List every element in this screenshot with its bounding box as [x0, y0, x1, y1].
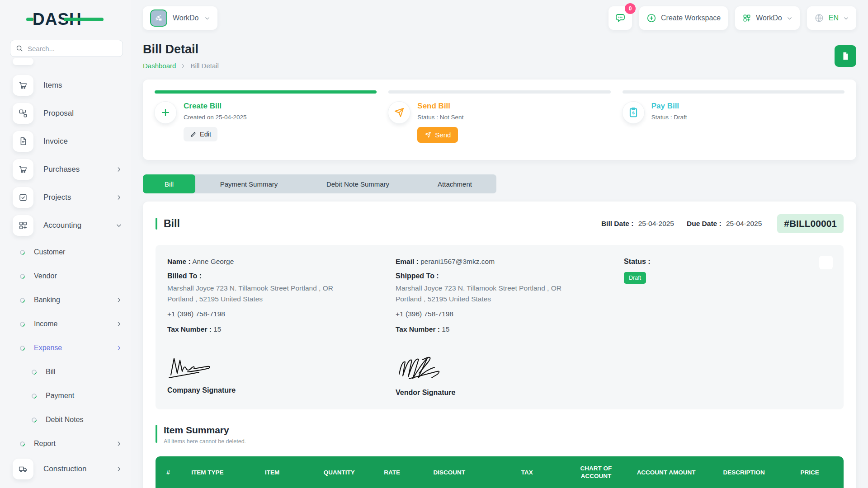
- sidebar-item-accounting[interactable]: Accounting: [13, 215, 122, 236]
- chevron-right-icon: [116, 321, 122, 327]
- bullet-ring-icon: [19, 440, 26, 447]
- status-badge: Draft: [624, 272, 646, 284]
- tax-number-value: 15: [442, 325, 449, 333]
- create-workspace-button[interactable]: Create Workspace: [639, 6, 728, 30]
- sidebar-menu: Items Proposal Invoice Purchases: [0, 58, 131, 487]
- bullet-ring-icon: [31, 368, 38, 375]
- edit-bill-button[interactable]: Edit: [184, 127, 217, 141]
- sidebar-item-vendor[interactable]: Vendor: [20, 267, 122, 285]
- sidebar-item-debit-notes[interactable]: Debit Notes: [32, 411, 122, 429]
- sidebar-item-bill[interactable]: Bill: [32, 363, 122, 381]
- sidebar-item-invoice[interactable]: Invoice: [13, 131, 122, 152]
- bill-date-value: 25-04-2025: [638, 220, 674, 227]
- bullet-ring-icon: [19, 296, 26, 304]
- item-summary-title: Item Summary: [164, 425, 246, 436]
- sidebar-item-label: Report: [34, 440, 56, 448]
- step-pay-bill: $ Pay Bill Status : Draft: [623, 90, 844, 149]
- chat-button[interactable]: 0: [609, 6, 632, 30]
- language-selector[interactable]: EN: [807, 6, 856, 30]
- bill-tabs: Bill Payment Summary Debit Note Summary …: [143, 174, 496, 193]
- bill-date: Bill Date : 25-04-2025: [601, 220, 674, 228]
- language-code: EN: [829, 14, 839, 22]
- chevron-down-icon: [843, 15, 849, 21]
- sidebar-item-items[interactable]: Items: [13, 75, 122, 96]
- step-title: Pay Bill: [651, 102, 687, 111]
- sidebar-item-payment[interactable]: Payment: [32, 387, 122, 405]
- sidebar-item-proposal[interactable]: Proposal: [13, 103, 122, 124]
- bullet-ring-icon: [19, 320, 26, 328]
- search-input[interactable]: [28, 45, 113, 52]
- clipboard-dollar-icon: $: [623, 102, 644, 123]
- column-header-discount: DISCOUNT: [413, 469, 486, 477]
- top-header-bar: WorkDo 0 Create Workspace WorkDo EN: [143, 6, 856, 30]
- sidebar-item-customer[interactable]: Customer: [20, 243, 122, 261]
- breadcrumb-dashboard-link[interactable]: Dashboard: [143, 62, 176, 70]
- chat-bubble-icon: [615, 13, 626, 23]
- bullet-ring-icon: [31, 392, 38, 399]
- sidebar-item-partial[interactable]: [13, 58, 33, 65]
- status-label: Status :: [624, 258, 832, 266]
- bill-card-header: Bill Bill Date : 25-04-2025 Due Date : 2…: [156, 214, 844, 233]
- email-label: Email :: [396, 258, 419, 265]
- edit-button-label: Edit: [200, 131, 211, 138]
- tab-bill[interactable]: Bill: [143, 174, 195, 193]
- sidebar-item-banking[interactable]: Banking: [20, 291, 122, 309]
- step-subtitle: Status : Draft: [651, 114, 687, 121]
- sidebar-item-construction[interactable]: Construction: [13, 459, 122, 479]
- truck-icon: [13, 459, 33, 479]
- column-header-item-type: ITEM TYPE: [177, 469, 238, 477]
- bill-info-panel: Name : Anne George Billed To : Marshall …: [156, 245, 844, 409]
- chat-badge: 0: [625, 3, 636, 14]
- sidebar-search[interactable]: [10, 40, 123, 57]
- app-logo[interactable]: DASH: [33, 10, 82, 29]
- column-header-description: DESCRIPTION: [708, 469, 780, 477]
- step-subtitle: Created on 25-04-2025: [184, 114, 247, 121]
- tab-debit-note-summary[interactable]: Debit Note Summary: [302, 174, 413, 193]
- send-bill-button[interactable]: Send: [417, 127, 458, 143]
- cart-icon: [13, 159, 33, 180]
- vendor-signature-image: [396, 355, 624, 384]
- name-label: Name :: [167, 258, 191, 265]
- sidebar-item-label: Vendor: [34, 272, 57, 280]
- workspace-building-icon: [150, 9, 167, 27]
- section-accent-bar: [156, 425, 157, 443]
- tab-attachment[interactable]: Attachment: [413, 174, 496, 193]
- sidebar-item-income[interactable]: Income: [20, 315, 122, 333]
- logo-dot-accent: [26, 18, 33, 21]
- bullet-ring-icon: [19, 344, 26, 352]
- plus-icon: [155, 102, 176, 123]
- panel-corner-button[interactable]: [819, 256, 833, 269]
- shipped-to-phone: +1 (396) 758-7198: [396, 310, 624, 318]
- signatures: Company Signature Vendor Signature: [167, 355, 832, 397]
- bill-date-label: Bill Date :: [601, 220, 633, 227]
- grid-plus-icon: [13, 215, 33, 236]
- paper-plane-icon: [425, 131, 431, 138]
- user-menu-label: WorkDo: [756, 14, 782, 22]
- workspace-selector[interactable]: WorkDo: [143, 6, 217, 30]
- sidebar-item-report[interactable]: Report: [20, 435, 122, 453]
- breadcrumb-current: Bill Detail: [190, 62, 219, 70]
- shipped-to-label: Shipped To :: [396, 272, 624, 280]
- chevron-down-icon: [116, 222, 122, 229]
- column-header-rate: RATE: [372, 469, 413, 477]
- user-menu[interactable]: WorkDo: [735, 6, 800, 30]
- sidebar-item-label: Banking: [34, 296, 60, 304]
- sidebar-item-label: Invoice: [43, 137, 68, 146]
- sidebar-item-projects[interactable]: Projects: [13, 187, 122, 208]
- tax-number-label: Tax Number :: [396, 325, 440, 333]
- step-send-bill: Send Bill Status : Not Sent Send: [388, 90, 610, 149]
- chevron-right-icon: [180, 63, 186, 69]
- sidebar-item-label: Bill: [46, 368, 55, 376]
- due-date: Due Date : 25-04-2025: [687, 220, 762, 228]
- bullet-ring-icon: [31, 416, 38, 423]
- bullet-ring-icon: [19, 272, 26, 280]
- tab-payment-summary[interactable]: Payment Summary: [195, 174, 302, 193]
- column-header-price: PRICE AFTER DISCOUNT: [779, 469, 840, 477]
- export-document-button[interactable]: [835, 45, 856, 67]
- sidebar-item-expense[interactable]: Expense: [20, 339, 122, 357]
- sidebar-item-purchases[interactable]: Purchases: [13, 159, 122, 180]
- chevron-right-icon: [116, 297, 122, 303]
- chevron-right-icon: [116, 166, 122, 173]
- column-header-quantity: QUANTITY: [307, 469, 372, 477]
- sidebar-item-label: Construction: [43, 465, 86, 474]
